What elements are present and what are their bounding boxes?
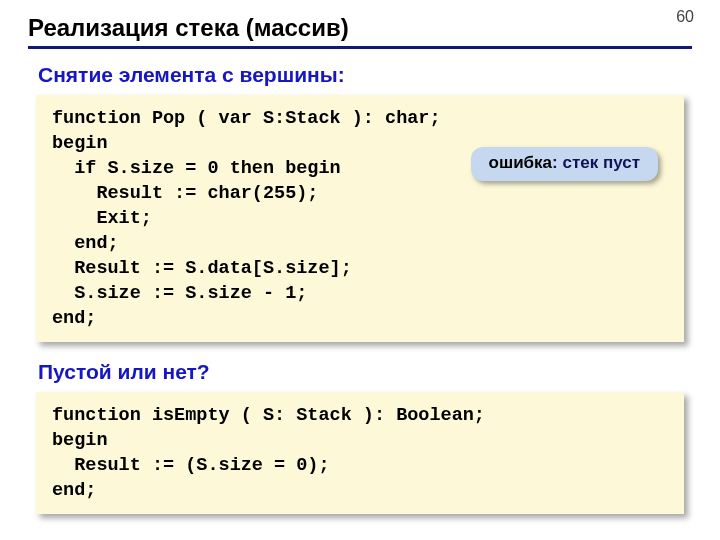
slide: 60 Реализация стека (массив) Снятие элем… <box>0 0 720 540</box>
page-title: Реализация стека (массив) <box>28 14 692 42</box>
callout-text: : стек пуст <box>552 153 640 172</box>
callout-label: ошибка <box>489 153 552 172</box>
section2-heading: Пустой или нет? <box>38 360 692 384</box>
error-callout: ошибка: стек пуст <box>471 147 658 181</box>
section1-heading: Снятие элемента с вершины: <box>38 63 692 87</box>
code-text: function isEmpty ( S: Stack ): Boolean; … <box>52 405 485 501</box>
code-block-pop: function Pop ( var S:Stack ): char; begi… <box>36 95 684 342</box>
code-block-isempty: function isEmpty ( S: Stack ): Boolean; … <box>36 392 684 514</box>
code-text: function Pop ( var S:Stack ): char; begi… <box>52 108 441 329</box>
page-number: 60 <box>676 8 694 26</box>
title-underline <box>28 46 692 49</box>
